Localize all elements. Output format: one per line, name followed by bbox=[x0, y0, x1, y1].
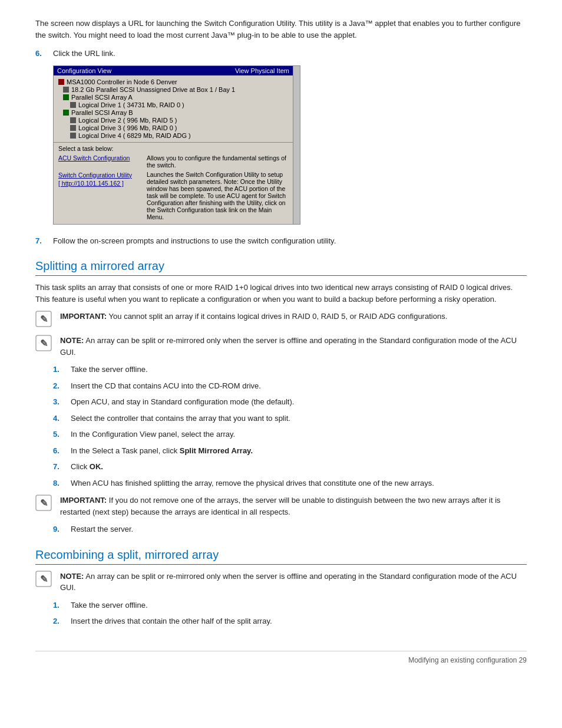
task-row-0: ACU Switch Configuration Allows you to c… bbox=[58, 154, 288, 169]
tree-label-2: Parallel SCSI Array A bbox=[71, 94, 133, 101]
s1-step1: 1. Take the server offline. bbox=[53, 364, 527, 375]
task-label-1[interactable]: Switch Configuration Utility [ http://10… bbox=[58, 171, 147, 220]
tree-item-0: MSA1000 Controller in Node 6 Denver bbox=[58, 78, 288, 85]
section1-note1: ✎ NOTE: An array can be split or re-mirr… bbox=[35, 335, 527, 358]
step-6-intro: 6. Click the URL link. bbox=[35, 48, 527, 60]
step-7-text: Follow the on-screen prompts and instruc… bbox=[53, 235, 527, 247]
tree-label-6: Logical Drive 3 ( 996 Mb, RAID 0 ) bbox=[78, 124, 177, 131]
s1-step1-text: Take the server offline. bbox=[71, 364, 527, 375]
section2-note1: ✎ NOTE: An array can be split or re-mirr… bbox=[35, 571, 527, 594]
tree-label-4: Parallel SCSI Array B bbox=[71, 109, 133, 116]
s1-step6: 6. In the Select a Task panel, click Spl… bbox=[53, 445, 527, 457]
note-svg-1: ✎ bbox=[35, 335, 52, 351]
drive-icon-3 bbox=[70, 102, 76, 108]
s1-step5-text: In the Configuration View panel, select … bbox=[71, 429, 527, 440]
screenshot-body: MSA1000 Controller in Node 6 Denver 18.2… bbox=[54, 75, 293, 142]
s2-note1-body: An array can be split or re-mirrored onl… bbox=[60, 572, 517, 592]
tree-item-6: Logical Drive 3 ( 996 Mb, RAID 0 ) bbox=[58, 124, 288, 131]
drive-icon-7 bbox=[70, 133, 76, 139]
s1-step4: 4. Select the controller that contains t… bbox=[53, 413, 527, 424]
important1-body: You cannot split an array if it contains… bbox=[107, 312, 447, 321]
screenshot-wrapper: Configuration View View Physical Item MS… bbox=[54, 66, 300, 224]
tree-item-4: Parallel SCSI Array B bbox=[58, 109, 288, 116]
svg-text:✎: ✎ bbox=[40, 498, 48, 508]
important-svg-1: ✎ bbox=[35, 311, 52, 327]
section2-body: ✎ NOTE: An array can be split or re-mirr… bbox=[35, 571, 527, 627]
task-label-0[interactable]: ACU Switch Configuration bbox=[58, 154, 147, 169]
s1-step4-num: 4. bbox=[53, 413, 71, 424]
svg-text:✎: ✎ bbox=[40, 338, 48, 348]
array-icon-a bbox=[63, 94, 69, 100]
drive-icon-1 bbox=[63, 87, 69, 93]
task-label-1b: [ http://10.101.145.162 ] bbox=[58, 179, 147, 188]
screenshot-main: Configuration View View Physical Item MS… bbox=[54, 66, 293, 224]
section2-note1-text: NOTE: An array can be split or re-mirror… bbox=[60, 571, 527, 594]
step-6-text: Click the URL link. bbox=[53, 48, 527, 60]
section1-important1: ✎ IMPORTANT: You cannot split an array i… bbox=[35, 311, 527, 329]
screenshot-titlebar: Configuration View View Physical Item bbox=[54, 66, 293, 75]
tasks-heading: Select a task below: bbox=[58, 145, 288, 152]
s2-step1-num: 1. bbox=[53, 599, 71, 611]
array-icon-b bbox=[63, 110, 69, 116]
s1-step7-num: 7. bbox=[53, 461, 71, 473]
s1-step7-text: Click OK. bbox=[71, 461, 527, 473]
s1-step1-num: 1. bbox=[53, 364, 71, 375]
s1-step9-num: 9. bbox=[53, 523, 71, 535]
note1-label: NOTE: bbox=[60, 336, 84, 345]
footer-text: Modifying an existing configuration 29 bbox=[408, 656, 527, 664]
tree-item-7: Logical Drive 4 ( 6829 Mb, RAID ADG ) bbox=[58, 132, 288, 139]
section1-important2-text: IMPORTANT: If you do not remove one of t… bbox=[60, 495, 527, 518]
s1-step7-bold: OK. bbox=[90, 462, 103, 471]
svg-text:✎: ✎ bbox=[40, 314, 48, 324]
tree-item-5: Logical Drive 2 ( 996 Mb, RAID 5 ) bbox=[58, 117, 288, 124]
section1-note1-text: NOTE: An array can be split or re-mirror… bbox=[60, 335, 527, 358]
section1-body: This task splits an array that consists … bbox=[35, 282, 527, 535]
section2-heading: Recombining a split, mirrored array bbox=[35, 548, 527, 565]
important1-label: IMPORTANT: bbox=[60, 312, 107, 321]
s1-step5-num: 5. bbox=[53, 429, 71, 440]
section1-important1-text: IMPORTANT: You cannot split an array if … bbox=[60, 311, 447, 322]
section1-steps: 1. Take the server offline. 2. Insert th… bbox=[53, 364, 527, 489]
task-row-1: Switch Configuration Utility [ http://10… bbox=[58, 171, 288, 220]
section1-step9-list: 9. Restart the server. bbox=[53, 523, 527, 535]
s1-step5: 5. In the Configuration View panel, sele… bbox=[53, 429, 527, 440]
s1-step9-text: Restart the server. bbox=[71, 523, 527, 535]
tree-label-0: MSA1000 Controller in Node 6 Denver bbox=[67, 78, 177, 85]
step-6-num: 6. bbox=[35, 48, 53, 60]
tree-label-7: Logical Drive 4 ( 6829 Mb, RAID ADG ) bbox=[78, 132, 191, 139]
s2-step1-text: Take the server offline. bbox=[71, 599, 527, 611]
note1-body: An array can be split or re-mirrored onl… bbox=[60, 336, 517, 357]
s1-step2-num: 2. bbox=[53, 380, 71, 392]
s2-note1-label: NOTE: bbox=[60, 572, 84, 581]
important2-label: IMPORTANT: bbox=[60, 496, 107, 505]
s1-step3-num: 3. bbox=[53, 396, 71, 408]
scrollbar[interactable] bbox=[293, 66, 300, 224]
s1-step8: 8. When ACU has finished splitting the a… bbox=[53, 477, 527, 489]
s1-step9: 9. Restart the server. bbox=[53, 523, 527, 535]
footer: Modifying an existing configuration 29 bbox=[35, 651, 527, 664]
important2-body: If you do not remove one of the arrays, … bbox=[60, 496, 501, 516]
task-desc-1: Launches the Switch Configuration Utilit… bbox=[147, 171, 288, 220]
step-7-num: 7. bbox=[35, 235, 53, 247]
s2-step2-text: Insert the drives that contain the other… bbox=[71, 615, 527, 627]
tree-item-1: 18.2 Gb Parallel SCSI Unassigned Drive a… bbox=[58, 86, 288, 93]
s1-step2-text: Insert the CD that contains ACU into the… bbox=[71, 380, 527, 392]
screenshot-tasks: Select a task below: ACU Switch Configur… bbox=[54, 142, 293, 224]
tree-label-5: Logical Drive 2 ( 996 Mb, RAID 5 ) bbox=[78, 117, 177, 124]
section2-steps: 1. Take the server offline. 2. Insert th… bbox=[53, 599, 527, 627]
tree-item-2: Parallel SCSI Array A bbox=[58, 94, 288, 101]
tree-label-3: Logical Drive 1 ( 34731 Mb, RAID 0 ) bbox=[78, 101, 184, 108]
intro-paragraph: The screen now displays a URL for launch… bbox=[35, 18, 527, 41]
task-label-1a: Switch Configuration Utility bbox=[58, 171, 147, 180]
note-icon-1: ✎ bbox=[35, 335, 57, 353]
s2-step2: 2. Insert the drives that contain the ot… bbox=[53, 615, 527, 627]
s2-step1: 1. Take the server offline. bbox=[53, 599, 527, 611]
s2-step2-num: 2. bbox=[53, 615, 71, 627]
s1-step3-text: Open ACU, and stay in Standard configura… bbox=[71, 396, 527, 408]
important-icon-2: ✎ bbox=[35, 495, 57, 513]
drive-icon-5 bbox=[70, 117, 76, 123]
important-icon-1: ✎ bbox=[35, 311, 57, 329]
tree-item-3: Logical Drive 1 ( 34731 Mb, RAID 0 ) bbox=[58, 101, 288, 108]
note-icon-s2: ✎ bbox=[35, 571, 57, 589]
tree-label-1: 18.2 Gb Parallel SCSI Unassigned Drive a… bbox=[71, 86, 235, 93]
